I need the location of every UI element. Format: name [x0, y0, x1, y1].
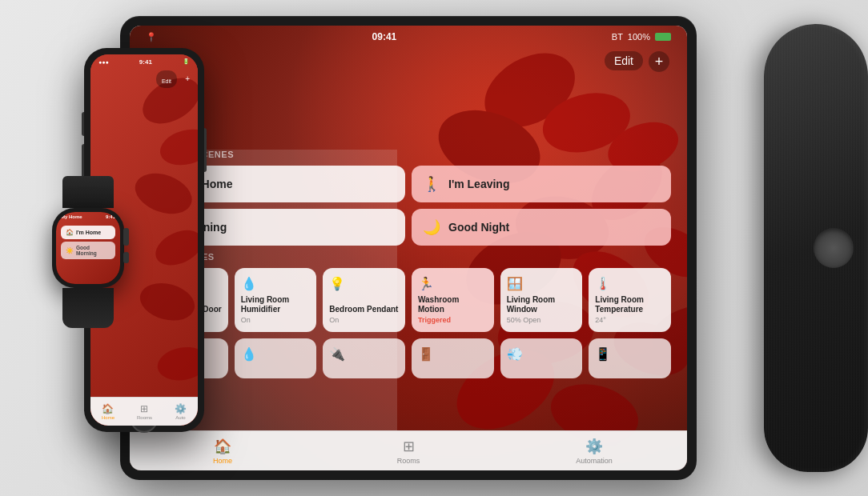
watch-band-bottom: [62, 288, 114, 328]
location-icon: 📍: [146, 32, 157, 42]
ipad-accessories-title: Accessories: [146, 252, 671, 262]
ipad-scenes-section: Favorite Scenes 🏠 I'm Home 🚶 I'm Leaving…: [146, 150, 671, 378]
iphone-tabbar: 🏠 Home ⊞ Rooms ⚙️ Auto: [90, 397, 198, 426]
tab-home[interactable]: 🏠 Home: [130, 438, 315, 465]
watch-band-top: [62, 176, 114, 208]
iphone-rooms-tab-icon: ⊞: [140, 403, 148, 414]
ipad-screen: 📍 09:41 BT 100% My Home Motion detected.…: [130, 26, 687, 470]
watch-home-icon: 🏠: [66, 229, 74, 236]
ipad-clock: 09:41: [372, 31, 397, 42]
good-night-icon: 🌙: [423, 218, 440, 236]
washroom-icon: 🏃: [418, 276, 488, 291]
iphone-silent-switch: [82, 112, 84, 136]
acc2-device[interactable]: 📱: [589, 338, 671, 378]
watch-content: 🏠 I'm Home ☀️ Good Morning: [56, 222, 120, 284]
scene-card-im-leaving[interactable]: 🚶 I'm Leaving: [412, 166, 671, 202]
washroom-status: Triggered: [418, 316, 488, 324]
iphone-edit-button[interactable]: Edit: [156, 70, 177, 88]
window-status: 50% Open: [507, 316, 577, 324]
ipad-accessories-grid: 🚪 Living Room Door Closed 💧 Living Room …: [146, 268, 671, 332]
pendant-name: Bedroom Pendant: [329, 305, 399, 314]
watch-side-button[interactable]: [123, 252, 129, 263]
watch-title: My Home: [61, 214, 82, 219]
im-leaving-icon: 🚶: [423, 175, 440, 193]
ipad-edit-button[interactable]: Edit: [605, 51, 643, 70]
home-tab-icon: 🏠: [214, 438, 231, 455]
ipad-status-left: 📍: [146, 32, 157, 42]
good-night-label: Good Night: [448, 221, 509, 234]
temp-status: 24°: [595, 316, 665, 324]
washroom-name: Washroom Motion: [418, 295, 488, 314]
scene-card-good-night[interactable]: 🌙 Good Night: [412, 209, 671, 246]
watch-statusbar: My Home 9:41: [56, 214, 120, 219]
svg-point-16: [130, 166, 198, 222]
svg-point-19: [155, 343, 198, 384]
iphone-tab-home[interactable]: 🏠 Home: [102, 403, 115, 420]
accessory-humidifier[interactable]: 💧 Living Room Humidifier On: [235, 268, 317, 332]
app-scene: 📍 09:41 BT 100% My Home Motion detected.…: [0, 0, 868, 496]
iphone-home-tab-label: Home: [102, 415, 115, 420]
automation-tab-label: Automation: [576, 457, 613, 465]
accessory-washroom-motion[interactable]: 🏃 Washroom Motion Triggered: [412, 268, 494, 332]
ipad-scenes-grid: 🏠 I'm Home 🚶 I'm Leaving ☀️ Morning: [146, 166, 671, 246]
iphone-time: 9:41: [139, 58, 152, 66]
iphone-auto-tab-label: Auto: [175, 415, 185, 420]
accessory-window[interactable]: 🪟 Living Room Window 50% Open: [500, 268, 583, 332]
iphone-battery-icon: 🔋: [183, 58, 190, 65]
accessory-pendant[interactable]: 💡 Bedroom Pendant On: [323, 268, 405, 332]
ipad-accessories-row2: 🚪 💧 🔌 🚪 💨 📱: [146, 338, 671, 378]
rooms-tab-icon: ⊞: [403, 438, 415, 455]
tab-automation[interactable]: ⚙️ Automation: [501, 438, 687, 465]
iphone-tab-rooms[interactable]: ⊞ Rooms: [137, 403, 152, 420]
ipad-device: 📍 09:41 BT 100% My Home Motion detected.…: [120, 16, 697, 480]
watch-home-label: I'm Home: [76, 230, 101, 235]
watch-scene-home[interactable]: 🏠 I'm Home: [61, 226, 115, 239]
window-icon: 🪟: [507, 276, 577, 291]
automation-tab-icon: ⚙️: [585, 438, 603, 455]
bluetooth-icon: BT: [612, 32, 623, 42]
ipad-add-button[interactable]: +: [649, 51, 669, 72]
homepod-touch-area[interactable]: [814, 228, 854, 268]
svg-point-17: [150, 223, 198, 272]
watch-screen: My Home 9:41 🏠 I'm Home ☀️ Good Morning: [56, 212, 120, 284]
humidifier-icon: 💧: [241, 276, 311, 291]
temp-icon: 🌡️: [595, 276, 665, 291]
acc2-door2[interactable]: 🚪: [412, 338, 494, 378]
battery-text: 100%: [628, 32, 650, 42]
watch-morning-label: Good Morning: [76, 245, 111, 256]
iphone-add-button[interactable]: +: [185, 70, 190, 85]
pendant-status: On: [329, 316, 399, 324]
humidifier-status: On: [241, 316, 311, 324]
acc2-plug[interactable]: 🔌: [323, 338, 405, 378]
home-tab-label: Home: [213, 457, 232, 465]
acc2-fan[interactable]: 💨: [500, 338, 583, 378]
battery-icon: [655, 33, 671, 41]
iphone-auto-tab-icon: ⚙️: [175, 403, 187, 414]
rooms-tab-label: Rooms: [397, 457, 420, 465]
iphone-statusbar: ●●● 9:41 🔋: [90, 54, 198, 69]
ipad-tabbar: 🏠 Home ⊞ Rooms ⚙️ Automation: [130, 430, 687, 470]
acc2-drop[interactable]: 💧: [235, 338, 317, 378]
iphone-tab-auto[interactable]: ⚙️ Auto: [175, 403, 187, 420]
pendant-icon: 💡: [329, 276, 399, 291]
svg-point-18: [136, 278, 198, 326]
apple-watch-device: My Home 9:41 🏠 I'm Home ☀️ Good Morning: [44, 176, 132, 352]
im-leaving-label: I'm Leaving: [448, 178, 509, 190]
humidifier-name: Living Room Humidifier: [241, 295, 311, 314]
homepod: [764, 24, 868, 472]
window-name: Living Room Window: [507, 295, 577, 314]
watch-digital-crown[interactable]: [123, 228, 129, 246]
ipad-main-content: Favorite Scenes 🏠 I'm Home 🚶 I'm Leaving…: [130, 150, 687, 430]
tab-rooms[interactable]: ⊞ Rooms: [315, 438, 501, 465]
temp-name: Living Room Temperature: [595, 295, 665, 314]
watch-body: My Home 9:41 🏠 I'm Home ☀️ Good Morning: [52, 208, 124, 288]
ipad-status-right: BT 100%: [612, 32, 671, 42]
iphone-power-button: [204, 128, 207, 172]
iphone-signal: ●●●: [98, 59, 109, 65]
accessory-temperature[interactable]: 🌡️ Living Room Temperature 24°: [589, 268, 671, 332]
ipad-statusbar: 📍 09:41 BT 100%: [130, 26, 687, 48]
watch-morning-card[interactable]: ☀️ Good Morning: [61, 242, 115, 259]
iphone-rooms-tab-label: Rooms: [137, 415, 152, 420]
watch-morning-icon: ☀️: [66, 247, 74, 254]
iphone-home-tab-icon: 🏠: [102, 403, 114, 414]
